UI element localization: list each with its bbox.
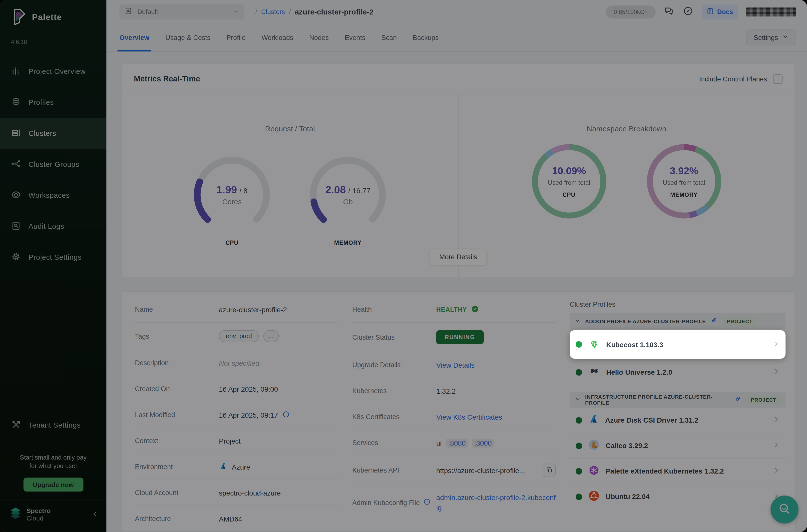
docs-label: Docs (717, 8, 733, 16)
chevron-right-icon (773, 368, 780, 377)
field-value: azure-cluster-profile-2 (219, 305, 338, 314)
view-k8s-certificates-link[interactable]: View K8s Certificates (436, 413, 502, 421)
tab-usage-costs[interactable]: Usage & Costs (165, 23, 210, 52)
service-port-3000-link[interactable]: :3000 (472, 438, 494, 447)
tab-profile[interactable]: Profile (226, 23, 246, 52)
profile-item-kubecost[interactable]: Kubecost 1.103.3 (570, 330, 786, 359)
view-details-link[interactable]: View Details (436, 361, 475, 369)
field-value: Azure (232, 463, 250, 471)
field-label: Architecture (135, 515, 219, 522)
docs-button[interactable]: Docs (701, 4, 738, 19)
sidebar-item-label: Audit Logs (29, 222, 64, 230)
project-selector[interactable]: Default (119, 4, 244, 19)
metrics-real-time-panel: Metrics Real-Time Include Control Planes… (121, 63, 795, 277)
brand-name-line2: Cloud (26, 514, 87, 522)
field-label: Cluster Status (352, 334, 436, 341)
copy-button[interactable] (543, 463, 556, 477)
tab-backups[interactable]: Backups (413, 23, 439, 52)
tab-nodes[interactable]: Nodes (309, 23, 329, 52)
infrastructure-profile-group-header[interactable]: INFRASTRUCTURE PROFILE AZURE-CLUSTER-PRO… (570, 392, 786, 407)
upgrade-now-button[interactable]: Upgrade now (23, 478, 83, 492)
sidebar: Palette 4.6.18 Project Overview Profiles… (0, 0, 107, 532)
field-row-created-on: Created On 16 Apr 2025, 09:00 (135, 376, 338, 402)
project-selector-value: Default (137, 8, 228, 16)
admin-kubeconfig-link[interactable]: admin.azure-cluster-profile-2.kubeconfig (436, 493, 556, 513)
status-dot (576, 341, 582, 348)
field-label: Services (352, 439, 436, 446)
sidebar-item-clusters[interactable]: Clusters (0, 118, 107, 149)
fields-column-left: Name azure-cluster-profile-2 Tags env: p… (135, 297, 338, 532)
cluster-profiles-section: Cluster Profiles ADDON PROFILE AZURE-CLU… (570, 297, 786, 532)
infrastructure-profile-group-name: INFRASTRUCTURE PROFILE AZURE-CLUSTER-PRO… (585, 394, 730, 406)
namespace-cpu-label: CPU (562, 192, 576, 197)
namespace-breakdown-section: Namespace Breakdown 10.09% Used from tot… (458, 94, 794, 277)
cluster-status-badge[interactable]: RUNNING (436, 330, 484, 344)
user-account-redacted[interactable] (746, 7, 796, 16)
sidebar-item-profiles[interactable]: Profiles (0, 87, 107, 118)
project-scope-badge: PROJECT (747, 395, 781, 404)
spectro-cloud-logo-icon (9, 507, 22, 522)
field-row-context: Context Project (135, 428, 338, 454)
addon-profile-group-name: ADDON PROFILE AZURE-CLUSTER-PROFILE (585, 318, 706, 324)
explore-compass-button[interactable] (682, 5, 694, 18)
field-row-kubernetes: Kubernetes 1.32.2 (352, 378, 556, 404)
sidebar-item-label: Cluster Groups (29, 160, 79, 168)
tab-workloads[interactable]: Workloads (262, 23, 293, 52)
feedback-chat-button[interactable] (663, 5, 675, 18)
sidebar-item-project-overview[interactable]: Project Overview (0, 56, 107, 87)
namespace-memory-label: MEMORY (670, 192, 698, 197)
field-label: Cloud Account (135, 489, 219, 496)
profile-item-azure-disk-csi[interactable]: Azure Disk CSI Driver 1.31.2 (570, 407, 786, 433)
profile-item-palette-extended-kubernetes[interactable]: Palette eXtended Kubernetes 1.32.2 (570, 459, 786, 484)
project-scope-badge: PROJECT (723, 317, 756, 325)
info-icon[interactable] (423, 498, 431, 507)
breadcrumb-clusters-link[interactable]: Clusters (261, 8, 285, 16)
sidebar-item-tenant-settings[interactable]: Tenant Settings (0, 410, 107, 441)
profile-item-calico[interactable]: Calico 3.29.2 (570, 433, 786, 459)
include-control-planes-checkbox[interactable] (773, 74, 783, 84)
profile-item-ubuntu[interactable]: Ubuntu 22.04 (570, 484, 786, 509)
breadcrumb-separator: / (289, 8, 291, 16)
field-label: Tags (135, 332, 219, 340)
link-icon[interactable] (710, 317, 717, 326)
sidebar-collapse-button[interactable] (91, 510, 98, 519)
status-dot (576, 468, 582, 474)
sidebar-item-audit-logs[interactable]: Audit Logs (0, 211, 107, 242)
service-name: ui (436, 439, 442, 447)
sidebar-item-cluster-groups[interactable]: Cluster Groups (0, 149, 107, 180)
sidebar-item-workspaces[interactable]: Workspaces (0, 180, 107, 211)
search-fab-button[interactable] (771, 496, 799, 524)
tags-more-button[interactable]: ... (263, 330, 279, 342)
link-icon[interactable] (734, 395, 741, 404)
tag-env-prod[interactable]: env: prod (219, 330, 259, 342)
tab-scan[interactable]: Scan (381, 23, 397, 52)
namespace-cpu-donut: 10.09% Used from total CPU (530, 142, 608, 221)
copy-icon (546, 466, 552, 474)
chevron-right-icon (773, 467, 780, 476)
status-dot (576, 417, 582, 423)
sidebar-item-project-settings[interactable]: Project Settings (0, 242, 107, 273)
pxk-icon (588, 464, 600, 478)
server-list-icon (11, 128, 21, 139)
tab-overview[interactable]: Overview (119, 23, 149, 52)
search-icon (777, 502, 791, 517)
check-circle-icon (470, 304, 479, 315)
metrics-header: Metrics Real-Time Include Control Planes (122, 64, 794, 94)
profile-item-name: Hello Universe 1.2.0 (606, 368, 767, 376)
info-icon[interactable] (283, 410, 290, 419)
breadcrumb-separator: / (255, 8, 257, 16)
sidebar-item-label: Clusters (29, 129, 56, 137)
field-label: Upgrade Details (352, 361, 436, 369)
tab-events[interactable]: Events (345, 23, 365, 52)
settings-dropdown-button[interactable]: Settings (746, 30, 796, 45)
profile-item-hello-universe[interactable]: Hello Universe 1.2.0 (570, 360, 786, 385)
status-dot (576, 442, 582, 449)
addon-profile-group-header[interactable]: ADDON PROFILE AZURE-CLUSTER-PROFILE PROJ… (570, 313, 786, 329)
field-value: 16 Apr 2025, 09:17 (219, 411, 278, 419)
field-value: Project (219, 437, 338, 445)
service-port-8080-link[interactable]: :8080 (446, 438, 468, 447)
top-bar-actions: 0.85/100kCh Docs (606, 4, 796, 19)
health-status-badge: HEALTHY (436, 306, 467, 313)
usage-quota-badge: 0.85/100kCh (606, 5, 656, 18)
more-details-button[interactable]: More Details (430, 249, 486, 265)
